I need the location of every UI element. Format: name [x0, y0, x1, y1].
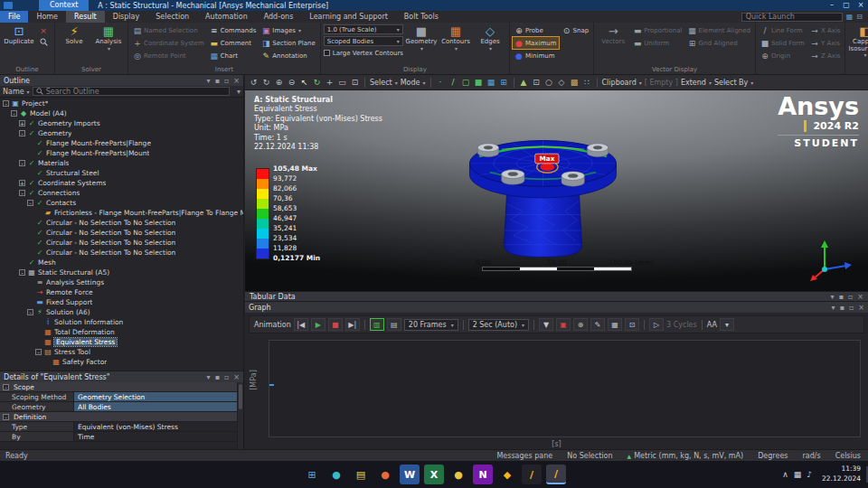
- tree-expander-icon[interactable]: +: [19, 120, 25, 127]
- taskbar-excel[interactable]: X: [424, 465, 444, 484]
- solve-button[interactable]: ⚡Solve: [58, 24, 90, 65]
- outline-item-contacts[interactable]: -✓Contacts: [0, 198, 243, 208]
- tree-expander-icon[interactable]: -: [27, 200, 33, 206]
- tab-file[interactable]: File: [0, 11, 28, 23]
- zoom-box-button[interactable]: ▭: [337, 77, 347, 89]
- tab-automation[interactable]: Automation: [197, 11, 256, 23]
- anim-last-button[interactable]: ▶|: [345, 318, 360, 331]
- quick-launch-input[interactable]: Quick Launch: [741, 13, 843, 22]
- outline-item-model-a4[interactable]: -◆Model (A4): [0, 108, 243, 118]
- close-icon[interactable]: ×: [233, 77, 240, 85]
- frames-select[interactable]: 20 Frames▾: [404, 319, 458, 331]
- proportional-button[interactable]: ▬Proportional: [631, 24, 684, 36]
- vertex-filter-button[interactable]: ·: [436, 77, 446, 89]
- images-button[interactable]: ▣Images▾: [259, 24, 316, 36]
- anim-first-button[interactable]: |◀: [294, 318, 308, 331]
- context-tab[interactable]: Context: [39, 0, 89, 11]
- delete-button[interactable]: ×: [37, 24, 52, 36]
- tab-home[interactable]: Home: [28, 11, 66, 23]
- help-grid-icon[interactable]: ▦: [846, 13, 854, 21]
- minimum-button[interactable]: ●Minimum: [513, 50, 559, 61]
- zoom-in-button[interactable]: ⊕: [274, 77, 284, 89]
- pan-button[interactable]: +: [325, 77, 335, 89]
- outline-item-remote-force[interactable]: →Remote Force: [0, 287, 243, 297]
- zoom-out-button[interactable]: ⊖: [287, 77, 297, 89]
- tray-icon-1[interactable]: ▦: [794, 470, 802, 479]
- line-form-button[interactable]: /Line Form: [759, 24, 807, 36]
- panel-menu-icon[interactable]: ▾: [206, 373, 210, 381]
- tray-icon-0[interactable]: ∧: [782, 470, 788, 479]
- details-section-definition[interactable]: -Definition: [0, 412, 243, 422]
- minimize-button[interactable]: –: [825, 0, 839, 11]
- image-capture-button[interactable]: ▦: [608, 318, 622, 331]
- y-axis-button[interactable]: →Y Axis: [808, 37, 843, 49]
- outline-item-frictionless-flange-mount-freeparts-flange-to-fl[interactable]: ▰Frictionless - Flange Mount-FreeParts|F…: [0, 208, 243, 218]
- play-cycles-button[interactable]: ▷: [649, 318, 664, 331]
- details-value[interactable]: Geometry Selection: [74, 392, 243, 401]
- taskbar-chrome[interactable]: ●: [448, 465, 468, 484]
- face-filter-button[interactable]: ▢: [461, 77, 471, 89]
- tree-expander-icon[interactable]: +: [19, 180, 25, 186]
- named-selection-button[interactable]: ▤Named Selection: [131, 24, 206, 36]
- outline-item-materials[interactable]: -✓Materials: [0, 158, 243, 168]
- tree-expander-icon[interactable]: -: [19, 269, 25, 276]
- tray-icon-2[interactable]: ♪: [807, 470, 812, 479]
- name-filter-dropdown[interactable]: Name▾: [3, 88, 30, 96]
- select-cursor-button[interactable]: ↖: [299, 77, 309, 89]
- outline-item-circular-no-selection-to-no-selection[interactable]: ✓Circular - No Selection To No Selection: [0, 218, 243, 228]
- outline-item-static-structural-a5[interactable]: -▦Static Structural (A5): [0, 267, 243, 277]
- details-value[interactable]: All Bodies: [74, 402, 243, 411]
- close-icon[interactable]: ×: [233, 373, 240, 381]
- outline-item-total-deformation[interactable]: ▦Total Deformation: [0, 327, 243, 337]
- export-video-button[interactable]: ▼: [539, 318, 553, 331]
- body-filter-button[interactable]: ■: [474, 77, 484, 89]
- tree-expander-icon[interactable]: -: [19, 190, 25, 196]
- coordinate-system-button[interactable]: +Coordinate System: [131, 37, 206, 49]
- graph-plot-area[interactable]: [269, 340, 861, 437]
- element-aligned-button[interactable]: ▦Element Aligned: [686, 24, 753, 36]
- close-icon[interactable]: ×: [857, 293, 863, 301]
- float-icon[interactable]: ▫: [849, 304, 854, 312]
- solid-form-button[interactable]: ■Solid Form: [759, 37, 807, 49]
- vectors-button[interactable]: →Vectors: [597, 24, 629, 65]
- search-input[interactable]: Search Outline: [33, 87, 230, 96]
- panel-menu-icon[interactable]: ▾: [830, 293, 834, 301]
- details-section-scope[interactable]: -Scope: [0, 382, 243, 392]
- taskbar-workbench[interactable]: /: [522, 465, 542, 484]
- outline-item-project[interactable]: -▣Project*: [0, 99, 243, 108]
- edges-button[interactable]: ◇Edges▾: [474, 24, 506, 65]
- outline-item-mesh[interactable]: ✓Mesh: [0, 258, 243, 267]
- outline-item-geometry[interactable]: -✓Geometry: [0, 128, 243, 138]
- outline-item-structural-steel[interactable]: ✓Structural Steel: [0, 168, 243, 178]
- duplicate-button[interactable]: ⊡Duplicate: [3, 24, 35, 65]
- tree-expander-icon[interactable]: -: [19, 160, 25, 166]
- annotation-button[interactable]: ✎Annotation: [259, 50, 316, 61]
- annotate-graph-button[interactable]: ✎: [590, 318, 605, 331]
- taskbar-brave[interactable]: ●: [375, 465, 395, 484]
- outline-item-analysis-settings[interactable]: ≡Analysis Settings: [0, 277, 243, 287]
- aa-menu-button[interactable]: ▾: [720, 318, 734, 331]
- taskbar-edge[interactable]: ●: [326, 465, 346, 484]
- outline-item-solution-information[interactable]: iSolution Information: [0, 317, 243, 327]
- outline-item-connections[interactable]: -✓Connections: [0, 188, 243, 198]
- large-vertex-contours-checkbox[interactable]: Large Vertex Contours: [324, 48, 403, 58]
- outline-item-flange-mount-freeparts-flange[interactable]: ✓Flange Mount-FreeParts|Flange: [0, 138, 243, 148]
- outline-item-equivalent-stress[interactable]: ▦Equivalent Stress: [0, 337, 243, 347]
- tab-learning-and-support[interactable]: Learning and Support: [301, 11, 396, 23]
- zoom-graph-button[interactable]: ⊕: [573, 318, 588, 331]
- chart-button[interactable]: ▦Chart: [208, 50, 259, 61]
- tree-expander-icon[interactable]: -: [3, 100, 9, 107]
- anim-stop-button[interactable]: ■: [328, 318, 343, 331]
- minimize-ribbon-icon[interactable]: ⊟: [856, 13, 863, 21]
- float-icon[interactable]: ▫: [224, 373, 229, 381]
- grid-aligned-button[interactable]: ⊞Grid Aligned: [686, 37, 753, 49]
- geometry-button[interactable]: ■Geometry▾: [405, 24, 438, 65]
- show-vertices-button[interactable]: ∷: [582, 77, 592, 89]
- pin-icon[interactable]: ▪: [214, 373, 219, 381]
- tab-bolt-tools[interactable]: Bolt Tools: [396, 11, 447, 23]
- outline-item-coordinate-systems[interactable]: +✓Coordinate Systems: [0, 178, 243, 188]
- outline-item-fixed-support[interactable]: ▬Fixed Support: [0, 297, 243, 307]
- select-menu[interactable]: Select▾: [370, 79, 398, 87]
- float-icon[interactable]: ▫: [224, 77, 229, 85]
- view-undo-button[interactable]: ↺: [249, 77, 259, 89]
